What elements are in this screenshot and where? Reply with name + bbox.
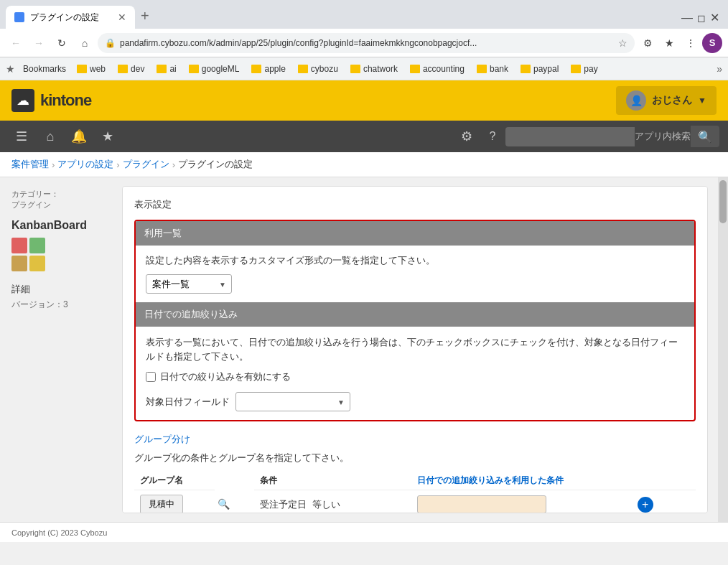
bookmark-label: apple — [264, 64, 285, 74]
tab-close-icon[interactable]: ✕ — [118, 11, 126, 23]
group-tag-button-0[interactable]: 見積中 — [140, 495, 183, 513]
window-minimize-button[interactable]: — — [681, 11, 693, 24]
reload-button[interactable]: ↻ — [52, 33, 72, 53]
bookmarks-star-icon: ★ — [6, 63, 15, 75]
folder-icon — [77, 65, 87, 73]
menu-button[interactable]: ☰ — [9, 123, 34, 149]
profile-letter: S — [709, 37, 716, 48]
kintone-logo: ☁ kintone — [11, 89, 616, 112]
window-restore-button[interactable]: ◻ — [697, 11, 706, 24]
group-section: グループ分け グループ化の条件とグループ名を指定して下さい。 グループ名 条件 … — [134, 433, 696, 513]
bookmark-label: cybozu — [311, 64, 338, 74]
display-settings-title: 表示設定 — [134, 198, 696, 211]
plugin-name: KanbanBoard — [11, 219, 111, 232]
breadcrumb-item-0[interactable]: 案件管理 — [11, 158, 49, 171]
date-condition-input-0[interactable] — [417, 495, 546, 513]
folder-icon — [571, 65, 581, 73]
bookmark-item-accounting[interactable]: accounting — [404, 62, 470, 75]
kintone-nav: ☰ ⌂ 🔔 ★ ⚙ ? アプリ内検索 🔍 — [0, 121, 728, 152]
app-search-input[interactable] — [505, 127, 635, 146]
usage-list-select[interactable]: 案件一覧 — [146, 274, 232, 294]
folder-icon — [157, 65, 167, 73]
user-avatar: 👤 — [626, 90, 646, 111]
breadcrumb-sep-2: › — [172, 159, 175, 170]
bookmark-item-bank[interactable]: bank — [471, 62, 514, 75]
folder-icon — [350, 65, 360, 73]
folder-icon — [189, 65, 199, 73]
kanban-colors — [11, 238, 111, 271]
copyright-text: Copyright (C) 2023 Cybozu — [11, 528, 107, 537]
home-button[interactable]: ⌂ — [75, 33, 95, 53]
breadcrumb-sep-0: › — [52, 159, 55, 170]
condition-search-button-0[interactable]: 🔍 — [218, 498, 230, 510]
user-menu[interactable]: 👤 おじさん ▼ — [616, 86, 717, 115]
forward-button[interactable]: → — [29, 33, 49, 53]
more-bookmarks-icon[interactable]: » — [717, 63, 722, 75]
app-search-button[interactable]: 🔍 — [691, 126, 719, 147]
date-filter-checkbox[interactable] — [146, 372, 156, 382]
plugin-content-panel: 表示設定 利用一覧 設定した内容を表示するカスタマイズ形式の一覧を指定して下さい… — [122, 186, 708, 513]
folder-icon — [251, 65, 261, 73]
breadcrumb: 案件管理 › アプリの設定 › プラグイン › プラグインの設定 — [0, 152, 728, 177]
date-filter-header: 日付での追加絞り込み — [136, 302, 694, 327]
col-date-condition: 日付での追加絞り込みを利用した条件 — [411, 472, 632, 490]
table-row: 見積中 🔍 受注予定日 等しい — [134, 490, 696, 514]
bell-button[interactable]: 🔔 — [66, 123, 92, 149]
condition-text-0: 受注予定日 等しい — [260, 499, 340, 510]
bookmark-item-chatwork[interactable]: chatwork — [345, 62, 403, 75]
bookmark-button[interactable]: ★ — [659, 33, 679, 53]
profile-avatar[interactable]: S — [702, 33, 722, 53]
sidebar: カテゴリー： プラグイン KanbanBoard 詳細 バージョン：3 — [0, 177, 122, 522]
nav-search-placeholder: アプリ内検索 — [635, 130, 691, 143]
sidebar-version: バージョン：3 — [11, 299, 111, 311]
bookmark-item-pay[interactable]: pay — [565, 62, 603, 75]
scrollbar-thumb[interactable] — [719, 180, 727, 223]
field-label: 対象日付フィールド — [146, 396, 230, 408]
col-condition-label: 条件 — [254, 472, 411, 490]
bookmark-item-dev[interactable]: dev — [112, 62, 150, 75]
bookmark-item-cybozu[interactable]: cybozu — [292, 62, 344, 75]
back-button[interactable]: ← — [6, 33, 26, 53]
sidebar-category-label: カテゴリー： プラグイン — [11, 189, 111, 210]
bookmark-label: paypal — [533, 64, 559, 74]
bookmark-label: pay — [584, 64, 597, 74]
folder-icon — [118, 65, 128, 73]
folder-icon — [298, 65, 308, 73]
bookmark-item-ai[interactable]: ai — [151, 62, 182, 75]
bookmark-item-googleml[interactable]: googleML — [183, 62, 246, 75]
bookmark-item-paypal[interactable]: paypal — [515, 62, 564, 75]
star-nav-button[interactable]: ★ — [95, 123, 121, 149]
group-table: グループ名 条件 日付での追加絞り込みを利用した条件 見積中 — [134, 472, 696, 513]
user-chevron-icon: ▼ — [698, 95, 706, 106]
tab-title: プラグインの設定 — [30, 11, 112, 24]
add-row-button-0[interactable]: + — [638, 497, 653, 513]
address-bar[interactable]: 🔒 pandafirm.cybozu.com/k/admin/app/25/pl… — [98, 33, 635, 53]
bookmark-item-web[interactable]: web — [71, 62, 111, 75]
breadcrumb-item-2[interactable]: プラグイン — [123, 158, 169, 171]
checkbox-row: 日付での絞り込みを有効にする — [146, 370, 684, 383]
help-nav-button[interactable]: ? — [480, 123, 505, 149]
bookmark-item-apple[interactable]: apple — [246, 62, 291, 75]
extensions-button[interactable]: ⚙ — [638, 33, 658, 53]
logo-text: kintone — [40, 91, 91, 110]
browser-tab-active[interactable]: プラグインの設定 ✕ — [6, 6, 135, 29]
color-square-yellow — [29, 256, 45, 271]
address-text: pandafirm.cybozu.com/k/admin/app/25/plug… — [120, 38, 614, 48]
breadcrumb-item-1[interactable]: アプリの設定 — [57, 158, 113, 171]
bookmark-star-icon[interactable]: ☆ — [618, 37, 627, 49]
folder-icon — [410, 65, 420, 73]
bookmarks-label[interactable]: Bookmarks — [19, 62, 70, 75]
bookmark-label: bank — [490, 64, 508, 74]
new-tab-button[interactable]: + — [141, 8, 149, 29]
date-field-select[interactable] — [235, 392, 350, 411]
checkbox-label: 日付での絞り込みを有効にする — [160, 370, 291, 383]
window-close-button[interactable]: ✕ — [710, 11, 719, 24]
settings-button[interactable]: ⋮ — [681, 33, 701, 53]
gear-nav-button[interactable]: ⚙ — [454, 123, 480, 149]
breadcrumb-current: プラグインの設定 — [178, 158, 253, 171]
home-nav-button[interactable]: ⌂ — [37, 123, 63, 149]
copyright-footer: Copyright (C) 2023 Cybozu — [0, 522, 728, 542]
scrollbar[interactable] — [718, 177, 728, 522]
sidebar-detail: 詳細 — [11, 283, 111, 296]
sidebar-category-value: プラグイン — [11, 200, 51, 209]
